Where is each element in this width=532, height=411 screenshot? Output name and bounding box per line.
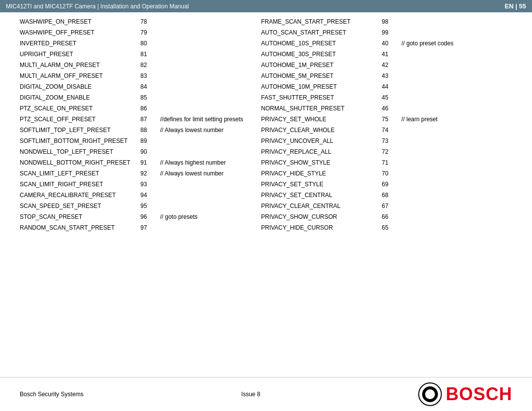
preset-name: NORMAL_SHUTTER_PRESET xyxy=(261,105,379,112)
preset-name: PRIVACY_SET_STYLE xyxy=(261,181,379,188)
preset-name: INVERTED_PRESET xyxy=(20,40,138,47)
preset-number: 46 xyxy=(379,105,399,112)
preset-number: 73 xyxy=(379,137,399,144)
preset-number: 94 xyxy=(138,192,158,199)
preset-name: PRIVACY_REPLACE_ALL xyxy=(261,148,379,155)
preset-name: PRIVACY_HIDE_CURSOR xyxy=(261,224,379,231)
header-bar: MIC412TI and MIC412TF Camera | Installat… xyxy=(0,0,532,12)
table-row: PRIVACY_UNCOVER_ALL73 xyxy=(261,136,512,146)
preset-comment: // goto presets xyxy=(158,213,246,220)
preset-number: 89 xyxy=(138,137,158,144)
preset-number: 83 xyxy=(138,72,158,79)
preset-name: SCAN_SPEED_SET_PRESET xyxy=(20,203,138,209)
preset-name: CAMERA_RECALIBRATE_PRESET xyxy=(20,192,138,199)
preset-number: 90 xyxy=(138,148,158,155)
preset-number: 42 xyxy=(379,62,399,68)
preset-number: 72 xyxy=(379,148,399,155)
table-row: PRIVACY_SHOW_STYLE71 xyxy=(261,157,512,168)
table-row: AUTOHOME_1M_PRESET42 xyxy=(261,60,512,70)
preset-name: AUTOHOME_10M_PRESET xyxy=(261,83,379,90)
preset-name: PRIVACY_CLEAR_CENTRAL xyxy=(261,203,379,209)
table-row: AUTOHOME_30S_PRESET41 xyxy=(261,49,512,60)
preset-name: SOFTLIMIT_BOTTOM_RIGHT_PRESET xyxy=(20,137,138,144)
preset-number: 45 xyxy=(379,94,399,101)
preset-number: 44 xyxy=(379,83,399,90)
preset-name: FAST_SHUTTER_PRESET xyxy=(261,94,379,101)
table-row: INVERTED_PRESET80 xyxy=(20,38,246,49)
table-row: PRIVACY_HIDE_STYLE70 xyxy=(261,168,512,179)
bosch-brand: BOSCH xyxy=(418,382,512,406)
preset-number: 41 xyxy=(379,51,399,58)
preset-number: 92 xyxy=(138,170,158,177)
table-row: AUTO_SCAN_START_PRESET99 xyxy=(261,27,512,38)
preset-comment: // Always lowest number xyxy=(158,170,246,177)
table-row: PRIVACY_SET_WHOLE75// learn preset xyxy=(261,114,512,125)
preset-name: PRIVACY_SET_WHOLE xyxy=(261,116,379,123)
preset-number: 80 xyxy=(138,40,158,47)
table-row: FAST_SHUTTER_PRESET45 xyxy=(261,92,512,103)
bosch-text: BOSCH xyxy=(446,384,512,405)
preset-name: PRIVACY_SHOW_STYLE xyxy=(261,159,379,166)
table-row: SOFTLIMIT_TOP_LEFT_PRESET88// Always low… xyxy=(20,125,246,136)
table-row: NONDWELL_BOTTOM_RIGHT_PRESET91// Always … xyxy=(20,157,246,168)
table-row: AUTOHOME_10M_PRESET44 xyxy=(261,81,512,92)
preset-comment: // Always highest number xyxy=(158,159,246,166)
preset-name: WASHWIPE_OFF_PRESET xyxy=(20,29,138,36)
table-row: MULTI_ALARM_ON_PRESET82 xyxy=(20,60,246,70)
preset-number: 65 xyxy=(379,224,399,231)
preset-number: 69 xyxy=(379,181,399,188)
preset-number: 82 xyxy=(138,62,158,68)
table-row: PRIVACY_CLEAR_CENTRAL67 xyxy=(261,201,512,211)
preset-name: SCAN_LIMIT_LEFT_PRESET xyxy=(20,170,138,177)
preset-name: AUTOHOME_30S_PRESET xyxy=(261,51,379,58)
table-row: PRIVACY_HIDE_CURSOR65 xyxy=(261,222,512,233)
preset-name: UPRIGHT_PRESET xyxy=(20,51,138,58)
table-row: SCAN_LIMIT_LEFT_PRESET92// Always lowest… xyxy=(20,168,246,179)
table-row: PRIVACY_CLEAR_WHOLE74 xyxy=(261,125,512,136)
preset-name: PRIVACY_UNCOVER_ALL xyxy=(261,137,379,144)
preset-number: 74 xyxy=(379,127,399,134)
preset-number: 81 xyxy=(138,51,158,58)
bosch-logo-icon xyxy=(418,382,442,406)
right-column: FRAME_SCAN_START_PRESET98AUTO_SCAN_START… xyxy=(256,16,512,233)
preset-number: 66 xyxy=(379,213,399,220)
table-row: AUTOHOME_10S_PRESET40// goto preset code… xyxy=(261,38,512,49)
preset-name: SOFTLIMIT_TOP_LEFT_PRESET xyxy=(20,127,138,134)
preset-name: AUTOHOME_1M_PRESET xyxy=(261,62,379,68)
preset-comment: // learn preset xyxy=(399,116,512,123)
preset-name: PRIVACY_SHOW_CURSOR xyxy=(261,213,379,220)
footer-issue: Issue 8 xyxy=(241,391,261,398)
preset-number: 91 xyxy=(138,159,158,166)
table-row: AUTOHOME_5M_PRESET43 xyxy=(261,70,512,81)
preset-name: SCAN_LIMIT_RIGHT_PRESET xyxy=(20,181,138,188)
preset-number: 40 xyxy=(379,40,399,47)
preset-number: 84 xyxy=(138,83,158,90)
preset-number: 93 xyxy=(138,181,158,188)
table-row: MULTI_ALARM_OFF_PRESET83 xyxy=(20,70,246,81)
table-row: RANDOM_SCAN_START_PRESET97 xyxy=(20,222,246,233)
preset-name: MULTI_ALARM_OFF_PRESET xyxy=(20,72,138,79)
footer-company: Bosch Security Systems xyxy=(20,391,83,398)
preset-number: 87 xyxy=(138,116,158,123)
preset-name: PTZ_SCALE_ON_PRESET xyxy=(20,105,138,112)
preset-name: AUTOHOME_10S_PRESET xyxy=(261,40,379,47)
preset-number: 68 xyxy=(379,192,399,199)
table-row: FRAME_SCAN_START_PRESET98 xyxy=(261,16,512,27)
preset-number: 98 xyxy=(379,18,399,25)
table-row: PRIVACY_SET_CENTRAL68 xyxy=(261,190,512,201)
main-content: WASHWIPE_ON_PRESET78WASHWIPE_OFF_PRESET7… xyxy=(0,12,532,243)
preset-name: DIGITAL_ZOOM_DISABLE xyxy=(20,83,138,90)
preset-name: PRIVACY_CLEAR_WHOLE xyxy=(261,127,379,134)
preset-number: 79 xyxy=(138,29,158,36)
preset-name: NONDWELL_TOP_LEFT_PRESET xyxy=(20,148,138,155)
table-row: SCAN_SPEED_SET_PRESET95 xyxy=(20,201,246,211)
preset-number: 78 xyxy=(138,18,158,25)
footer: Bosch Security Systems Issue 8 BOSCH xyxy=(0,377,532,411)
preset-comment: // goto preset codes xyxy=(399,40,512,47)
preset-number: 67 xyxy=(379,203,399,209)
preset-number: 71 xyxy=(379,159,399,166)
table-row: CAMERA_RECALIBRATE_PRESET94 xyxy=(20,190,246,201)
table-row: SCAN_LIMIT_RIGHT_PRESET93 xyxy=(20,179,246,190)
table-row: PRIVACY_REPLACE_ALL72 xyxy=(261,146,512,157)
preset-number: 70 xyxy=(379,170,399,177)
